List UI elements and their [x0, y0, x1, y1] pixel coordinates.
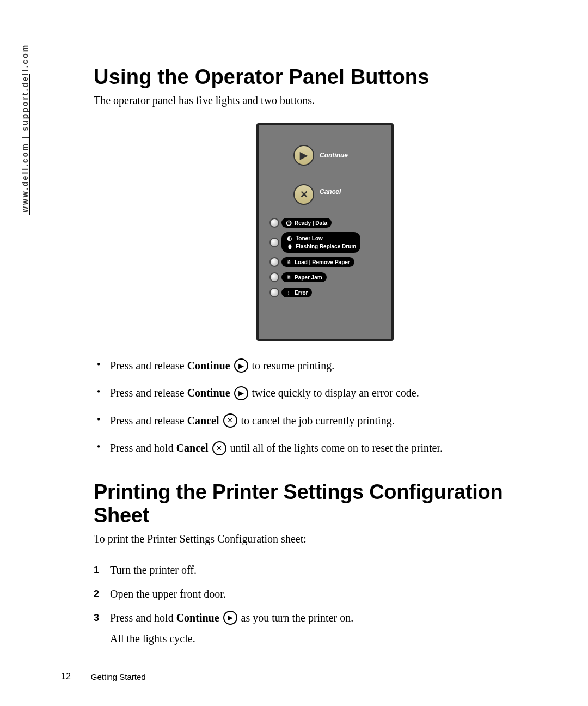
x-icon: ✕: [300, 188, 308, 200]
light-ready: ⏻ Ready | Data: [270, 218, 381, 228]
text: to resume printing.: [252, 360, 335, 372]
text: Press and hold: [110, 442, 176, 454]
light-text: Ready | Data: [295, 220, 327, 226]
text: to cancel the job currently printing.: [241, 415, 395, 427]
text: Press and release: [110, 387, 187, 399]
bullet-1: Press and release Continue ▶ to resume p…: [110, 357, 556, 374]
cancel-icon: ✕: [212, 441, 226, 455]
page-footer: 12 Getting Started: [61, 672, 146, 681]
steps-list: Turn the printer off. Open the upper fro…: [94, 562, 556, 647]
lights-group: ⏻ Ready | Data ◐ Toner Low ⬮ Flashing Re…: [270, 218, 381, 297]
page-icon: 🗎: [285, 274, 292, 281]
step-3-sub: All the lights cycle.: [110, 630, 556, 647]
continue-button[interactable]: ▶: [293, 145, 314, 166]
bullet-list: Press and release Continue ▶ to resume p…: [94, 357, 556, 457]
bullet-3: Press and release Cancel ✕ to cancel the…: [110, 412, 556, 429]
page-content: Using the Operator Panel Buttons The ope…: [94, 65, 556, 654]
chapter-name: Getting Started: [91, 672, 146, 681]
light-badge: 🗎 Load | Remove Paper: [281, 257, 354, 267]
step-2: Open the upper front door.: [110, 586, 556, 602]
light-badge: ⏻ Ready | Data: [281, 218, 332, 228]
lead-printer-settings: To print the Printer Settings Configurat…: [94, 533, 556, 545]
heading-printer-settings: Printing the Printer Settings Configurat…: [94, 480, 556, 527]
continue-icon: ▶: [234, 358, 248, 373]
led-icon: [270, 238, 279, 247]
bold-text: Continue: [176, 612, 219, 624]
text: as you turn the printer on.: [241, 612, 354, 624]
operator-panel: ▶ Continue ✕ Cancel ⏻ Ready | Data: [256, 123, 394, 341]
footer-separator: [81, 672, 81, 681]
continue-label: Continue: [320, 151, 348, 159]
step-1: Turn the printer off.: [110, 562, 556, 578]
text: Press and release: [110, 415, 187, 427]
light-error: ! Error: [270, 288, 381, 297]
continue-icon: ▶: [223, 611, 237, 625]
bold-text: Continue: [187, 360, 230, 372]
text: Press and release: [110, 360, 187, 372]
exclaim-icon: !: [285, 289, 292, 296]
light-text: Toner Low: [296, 235, 323, 241]
cancel-label: Cancel: [320, 188, 341, 196]
lead-operator-panel: The operator panel has five lights and t…: [94, 94, 556, 107]
bold-text: Cancel: [187, 415, 219, 427]
step-3: Press and hold Continue ▶ as you turn th…: [110, 610, 556, 647]
heading-operator-panel: Using the Operator Panel Buttons: [94, 65, 556, 89]
light-badge: ! Error: [281, 288, 312, 297]
led-icon: [270, 272, 279, 282]
cancel-button[interactable]: ✕: [293, 184, 314, 205]
light-paper-jam: 🗎 Paper Jam: [270, 272, 381, 282]
sidebar-rule: [29, 74, 30, 215]
continue-icon: ▶: [234, 386, 248, 400]
light-badge: 🗎 Paper Jam: [281, 272, 327, 282]
bullet-2: Press and release Continue ▶ twice quick…: [110, 385, 556, 401]
continue-row: ▶ Continue: [270, 145, 381, 166]
panel-figure: ▶ Continue ✕ Cancel ⏻ Ready | Data: [94, 123, 556, 341]
bold-text: Continue: [187, 387, 230, 399]
light-load-paper: 🗎 Load | Remove Paper: [270, 257, 381, 267]
light-text: Error: [295, 290, 308, 296]
play-icon: ▶: [300, 149, 308, 161]
power-icon: ⏻: [285, 220, 292, 226]
cancel-icon: ✕: [223, 413, 237, 428]
light-text: Load | Remove Paper: [295, 259, 350, 265]
page-number: 12: [61, 672, 71, 681]
light-badge: ◐ Toner Low ⬮ Flashing Replace Drum: [281, 232, 360, 253]
text: until all of the lights come on to reset…: [230, 442, 443, 454]
led-icon: [270, 218, 279, 228]
sidebar-url: www.dell.com | support.dell.com: [21, 44, 29, 212]
text: twice quickly to display an error code.: [252, 387, 419, 399]
light-text: Flashing Replace Drum: [296, 244, 356, 249]
cancel-row: ✕ Cancel: [270, 179, 381, 205]
led-icon: [270, 288, 279, 297]
drum-icon: ⬮: [286, 243, 293, 250]
bold-text: Cancel: [176, 442, 209, 454]
led-icon: [270, 257, 279, 267]
light-text: Paper Jam: [295, 275, 322, 281]
page-plus-icon: 🗎: [285, 259, 292, 265]
text: Press and hold: [110, 612, 176, 624]
drop-icon: ◐: [286, 235, 293, 242]
bullet-4: Press and hold Cancel ✕ until all of the…: [110, 440, 556, 456]
light-toner-drum: ◐ Toner Low ⬮ Flashing Replace Drum: [270, 232, 381, 253]
